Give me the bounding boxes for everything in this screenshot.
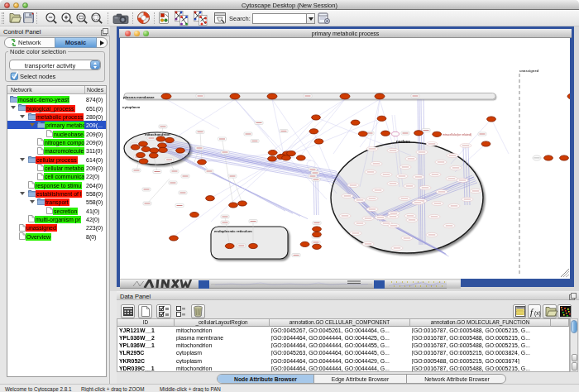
svg-text:intracellular(or related): intracellular(or related)	[443, 133, 471, 136]
svg-text:plasma membrane: plasma membrane	[123, 95, 155, 99]
svg-text:nucleus: nucleus	[396, 140, 411, 144]
svg-text:mitochondrion: mitochondrion	[145, 132, 170, 136]
svg-text:cytoplasm: cytoplasm	[122, 105, 140, 109]
svg-text:unassigned: unassigned	[519, 69, 539, 73]
svg-text:(x): (x)	[534, 310, 541, 317]
svg-text:endoplasmic reticulum: endoplasmic reticulum	[214, 229, 252, 233]
